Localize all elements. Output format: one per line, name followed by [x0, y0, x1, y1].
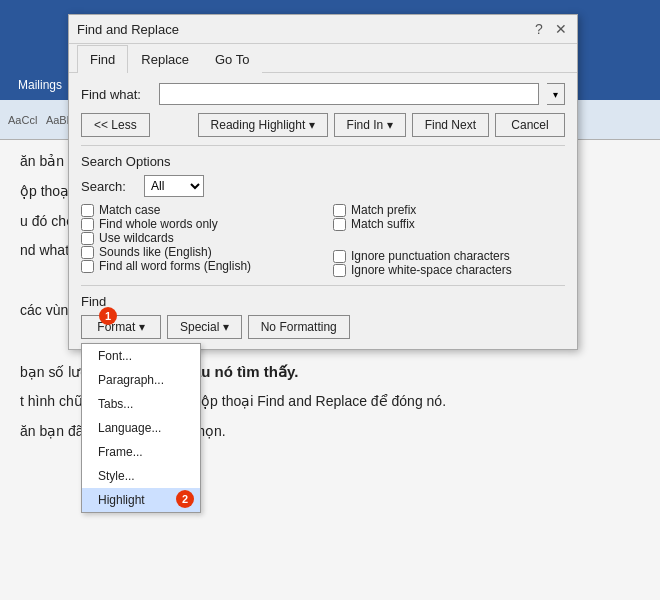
match-suffix-row: Match suffix	[333, 217, 565, 231]
dialog-titlebar: Find and Replace ? ✕	[69, 15, 577, 44]
dropdown-style[interactable]: Style...	[82, 464, 200, 488]
cancel-button[interactable]: Cancel	[495, 113, 565, 137]
find-input-dropdown[interactable]: ▾	[547, 83, 565, 105]
format-btn-wrapper: Format ▾ 1 Font... Paragraph... Tabs... …	[81, 315, 161, 339]
dropdown-frame[interactable]: Frame...	[82, 440, 200, 464]
search-select[interactable]: All Down Up	[144, 175, 204, 197]
dialog-buttons-row: << Less Reading Highlight ▾ Find In ▾ Fi…	[81, 113, 565, 137]
whole-words-checkbox[interactable]	[81, 218, 94, 231]
sounds-like-row: Sounds like (English)	[81, 245, 313, 259]
find-next-button[interactable]: Find Next	[412, 113, 489, 137]
find-replace-dialog: Find and Replace ? ✕ Find Replace Go To …	[68, 14, 578, 350]
sounds-like-label: Sounds like (English)	[99, 245, 212, 259]
less-button[interactable]: << Less	[81, 113, 150, 137]
dropdown-paragraph[interactable]: Paragraph...	[82, 368, 200, 392]
all-word-forms-checkbox[interactable]	[81, 260, 94, 273]
dialog-body: Find what: ▾ << Less Reading Highlight ▾…	[69, 73, 577, 349]
special-button[interactable]: Special ▾	[167, 315, 242, 339]
dialog-title: Find and Replace	[77, 22, 179, 37]
use-wildcards-row: Use wildcards	[81, 231, 313, 245]
ignore-punctuation-row: Ignore punctuation characters	[333, 249, 565, 263]
dropdown-language[interactable]: Language...	[82, 416, 200, 440]
search-options-label: Search Options	[81, 154, 565, 169]
find-what-input[interactable]	[159, 83, 539, 105]
tab-find[interactable]: Find	[77, 45, 128, 73]
dropdown-font[interactable]: Font...	[82, 344, 200, 368]
options-right-col: Match prefix Match suffix Ignore punctua…	[333, 203, 565, 277]
find-in-button[interactable]: Find In ▾	[334, 113, 406, 137]
format-dropdown-menu: Font... Paragraph... Tabs... Language...…	[81, 343, 201, 513]
dialog-controls: ? ✕	[531, 21, 569, 37]
use-wildcards-checkbox[interactable]	[81, 232, 94, 245]
all-word-forms-label: Find all word forms (English)	[99, 259, 251, 273]
match-prefix-checkbox[interactable]	[333, 204, 346, 217]
options-left-col: Match case Find whole words only Use wil…	[81, 203, 313, 277]
match-prefix-label: Match prefix	[351, 203, 416, 217]
help-button[interactable]: ?	[531, 21, 547, 37]
reading-highlight-button[interactable]: Reading Highlight ▾	[198, 113, 328, 137]
search-options-section: Search Options Search: All Down Up Match…	[81, 145, 565, 277]
options-grid: Match case Find whole words only Use wil…	[81, 203, 565, 277]
all-word-forms-row: Find all word forms (English)	[81, 259, 313, 273]
ignore-punctuation-checkbox[interactable]	[333, 250, 346, 263]
format-button[interactable]: Format ▾	[81, 315, 161, 339]
ignore-whitespace-checkbox[interactable]	[333, 264, 346, 277]
match-suffix-checkbox[interactable]	[333, 218, 346, 231]
tab-goto[interactable]: Go To	[202, 45, 262, 73]
ignore-whitespace-row: Ignore white-space characters	[333, 263, 565, 277]
find-buttons-row: Format ▾ 1 Font... Paragraph... Tabs... …	[81, 315, 565, 339]
sounds-like-checkbox[interactable]	[81, 246, 94, 259]
ignore-whitespace-label: Ignore white-space characters	[351, 263, 512, 277]
badge-2: 2	[176, 490, 194, 508]
search-label: Search:	[81, 179, 136, 194]
match-case-checkbox[interactable]	[81, 204, 94, 217]
dropdown-tabs[interactable]: Tabs...	[82, 392, 200, 416]
dropdown-highlight[interactable]: Highlight 2	[82, 488, 200, 512]
find-what-label: Find what:	[81, 87, 151, 102]
close-button[interactable]: ✕	[553, 21, 569, 37]
badge-1: 1	[99, 307, 117, 325]
find-what-row: Find what: ▾	[81, 83, 565, 105]
match-prefix-row: Match prefix	[333, 203, 565, 217]
find-section: Find Format ▾ 1 Font... Paragraph... Tab…	[81, 285, 565, 339]
search-row: Search: All Down Up	[81, 175, 565, 197]
tab-replace[interactable]: Replace	[128, 45, 202, 73]
find-section-label: Find	[81, 294, 565, 309]
use-wildcards-label: Use wildcards	[99, 231, 174, 245]
match-case-row: Match case	[81, 203, 313, 217]
whole-words-label: Find whole words only	[99, 217, 218, 231]
no-formatting-button[interactable]: No Formatting	[248, 315, 350, 339]
dialog-tabs: Find Replace Go To	[69, 44, 577, 73]
match-case-label: Match case	[99, 203, 160, 217]
match-suffix-label: Match suffix	[351, 217, 415, 231]
whole-words-row: Find whole words only	[81, 217, 313, 231]
ignore-punctuation-label: Ignore punctuation characters	[351, 249, 510, 263]
mailings-tab[interactable]: Mailings	[10, 74, 70, 96]
